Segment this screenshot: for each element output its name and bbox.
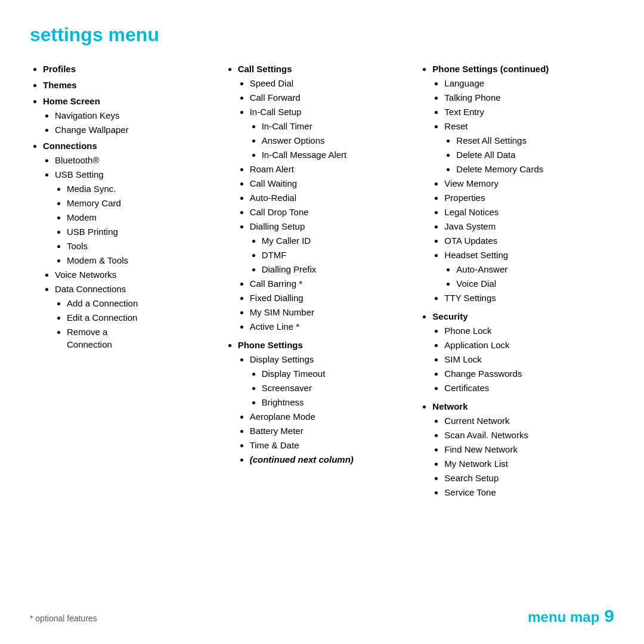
list-item: Add a Connection bbox=[67, 297, 219, 309]
list-item: Aeroplane Mode bbox=[250, 410, 414, 423]
sub-list: Reset All Settings Delete All Data Delet… bbox=[444, 134, 608, 175]
footer-right: menu map 9 bbox=[528, 606, 614, 626]
list-item: Application Lock bbox=[444, 339, 608, 351]
continued-item: (continued next column) bbox=[250, 453, 414, 466]
list-item: Headset Setting Auto-Answer Voice Dial bbox=[444, 249, 608, 290]
list-item: My Caller ID bbox=[262, 234, 414, 247]
list-item: USB Setting Media Sync. Memory Card Mode… bbox=[55, 168, 219, 267]
list-item: Edit a Connection bbox=[67, 311, 219, 324]
footer-note: * optional features bbox=[30, 614, 97, 623]
list-item: Auto-Redial bbox=[250, 191, 414, 204]
column-2: Call Settings Speed Dial Call Forward In… bbox=[225, 63, 420, 469]
sub-list: Navigation Keys Change Wallpaper bbox=[43, 109, 219, 136]
list-item: Answer Options bbox=[262, 134, 414, 147]
list-item: Delete All Data bbox=[456, 148, 608, 161]
page-number: 9 bbox=[604, 606, 614, 626]
list-item: Call Settings Speed Dial Call Forward In… bbox=[238, 63, 414, 333]
col1-list: Profiles Themes Home Screen Navigation K… bbox=[30, 63, 219, 351]
list-item: My SIM Number bbox=[250, 306, 414, 318]
sub-list: Phone Lock Application Lock SIM Lock Cha… bbox=[432, 324, 608, 394]
item-label: Network bbox=[432, 401, 467, 411]
list-item: Memory Card bbox=[67, 197, 219, 209]
list-item: Properties bbox=[444, 191, 608, 204]
list-item: Brightness bbox=[262, 396, 414, 408]
list-item: Roam Alert bbox=[250, 163, 414, 175]
item-label: Call Settings bbox=[238, 64, 292, 74]
sub-list: Auto-Answer Voice Dial bbox=[444, 263, 608, 290]
list-item: Reset All Settings bbox=[456, 134, 608, 147]
column-3: Phone Settings (continued) Language Talk… bbox=[419, 63, 614, 502]
col3-list: Phone Settings (continued) Language Talk… bbox=[419, 63, 608, 499]
item-label: Phone Settings bbox=[238, 340, 303, 350]
column-1: Profiles Themes Home Screen Navigation K… bbox=[30, 63, 225, 354]
list-item: Connections Bluetooth® USB Setting Media… bbox=[43, 140, 219, 351]
sub-list: In-Call Timer Answer Options In-Call Mes… bbox=[250, 120, 414, 161]
list-item: Voice Networks bbox=[55, 268, 219, 281]
list-item: Voice Dial bbox=[456, 277, 608, 290]
list-item: Current Network bbox=[444, 414, 608, 427]
list-item: Call Barring * bbox=[250, 277, 414, 290]
page: settings menu Profiles Themes Home Scree… bbox=[0, 0, 644, 644]
list-item: Call Drop Tone bbox=[250, 206, 414, 218]
list-item: Change Wallpaper bbox=[55, 123, 219, 136]
sub-list: Current Network Scan Avail. Networks Fin… bbox=[432, 414, 608, 499]
list-item: OTA Updates bbox=[444, 234, 608, 247]
list-item: Delete Memory Cards bbox=[456, 163, 608, 175]
list-item: TTY Settings bbox=[444, 292, 608, 304]
list-item: Reset Reset All Settings Delete All Data… bbox=[444, 120, 608, 175]
list-item: Phone Lock bbox=[444, 324, 608, 337]
list-item: Service Tone bbox=[444, 486, 608, 499]
list-item: Modem & Tools bbox=[67, 254, 219, 267]
list-item: Navigation Keys bbox=[55, 109, 219, 122]
list-item: Modem bbox=[67, 211, 219, 224]
list-item: Dialling Setup My Caller ID DTMF Diallin… bbox=[250, 220, 414, 275]
sub-list: Display Settings Display Timeout Screens… bbox=[238, 353, 414, 466]
list-item: Display Timeout bbox=[262, 367, 414, 380]
item-label: Connections bbox=[43, 141, 97, 151]
list-item: Network Current Network Scan Avail. Netw… bbox=[432, 400, 608, 499]
list-item: Scan Avail. Networks bbox=[444, 429, 608, 441]
list-item: My Network List bbox=[444, 457, 608, 470]
list-item: Search Setup bbox=[444, 472, 608, 484]
list-item: Talking Phone bbox=[444, 91, 608, 104]
sub-list: Display Timeout Screensaver Brightness bbox=[250, 367, 414, 408]
item-label: Security bbox=[432, 311, 467, 321]
list-item: Display Settings Display Timeout Screens… bbox=[250, 353, 414, 408]
list-item: Java System bbox=[444, 220, 608, 233]
item-label: Profiles bbox=[43, 64, 76, 74]
col2-list: Call Settings Speed Dial Call Forward In… bbox=[225, 63, 414, 466]
list-item: Tools bbox=[67, 240, 219, 252]
menu-map-label: menu map bbox=[528, 609, 599, 626]
list-item: Security Phone Lock Application Lock SIM… bbox=[432, 310, 608, 394]
list-item: DTMF bbox=[262, 249, 414, 261]
list-item: USB Printing bbox=[67, 225, 219, 238]
list-item: Remove aConnection bbox=[67, 326, 219, 351]
content-columns: Profiles Themes Home Screen Navigation K… bbox=[30, 63, 614, 502]
sub-list: Media Sync. Memory Card Modem USB Printi… bbox=[55, 182, 219, 267]
list-item: Time & Date bbox=[250, 439, 414, 451]
item-label: Themes bbox=[43, 80, 77, 90]
list-item: Phone Settings (continued) Language Talk… bbox=[432, 63, 608, 304]
sub-list: Add a Connection Edit a Connection Remov… bbox=[55, 297, 219, 351]
list-item: Call Waiting bbox=[250, 177, 414, 190]
sub-list: Bluetooth® USB Setting Media Sync. Memor… bbox=[43, 154, 219, 351]
list-item: In-Call Setup In-Call Timer Answer Optio… bbox=[250, 106, 414, 161]
list-item: Themes bbox=[43, 79, 219, 91]
list-item: Certificates bbox=[444, 382, 608, 394]
list-item: View Memory bbox=[444, 177, 608, 190]
list-item: Phone Settings Display Settings Display … bbox=[238, 339, 414, 466]
list-item: Screensaver bbox=[262, 382, 414, 394]
list-item: Language bbox=[444, 77, 608, 89]
list-item: In-Call Timer bbox=[262, 120, 414, 132]
list-item: Call Forward bbox=[250, 91, 414, 104]
list-item: Fixed Dialling bbox=[250, 292, 414, 304]
list-item: Battery Meter bbox=[250, 425, 414, 437]
list-item: Bluetooth® bbox=[55, 154, 219, 166]
list-item: Auto-Answer bbox=[456, 263, 608, 275]
sub-list: My Caller ID DTMF Dialling Prefix bbox=[250, 234, 414, 275]
item-label: Home Screen bbox=[43, 96, 100, 106]
list-item: Dialling Prefix bbox=[262, 263, 414, 275]
list-item: Change Passwords bbox=[444, 367, 608, 380]
list-item: Profiles bbox=[43, 63, 219, 75]
item-label: Phone Settings (continued) bbox=[432, 64, 549, 74]
